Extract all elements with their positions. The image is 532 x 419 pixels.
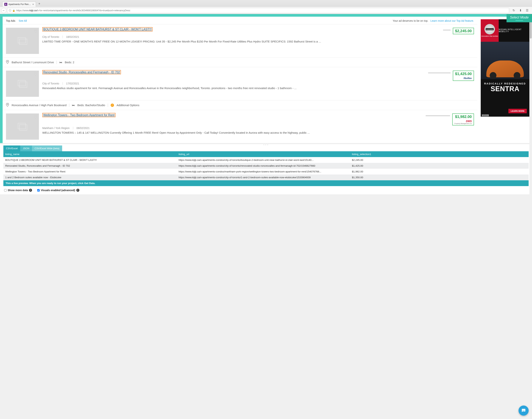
help-icon[interactable]: ? — [76, 189, 79, 192]
learn-more-link[interactable]: Learn more about our Top Ad feature. — [430, 19, 474, 22]
svg-rect-0 — [18, 38, 26, 43]
tab-title: Apartments For Rent | Kijiji in Ont… — [8, 3, 31, 6]
page-scrollbar[interactable] — [529, 14, 532, 194]
listing-description: Renovated Akelius studio apartment for r… — [42, 86, 474, 91]
table-row[interactable]: 1 and 2 Bedroom suites available now - E… — [3, 174, 529, 180]
listing-title-link[interactable]: Wellington Towers - Two Bedroom Apartmen… — [42, 113, 116, 117]
bed-icon: 🛏 — [59, 61, 62, 64]
data-preview-panel: • • • CSV/Excel JSON CSV/Excel Wide (bet… — [0, 144, 532, 194]
selection-connector-line — [428, 73, 451, 73]
listing-price: $2,245.00 — [455, 29, 472, 33]
ad-sidebar: Innovation that excites NISSAN INTELLIGE… — [481, 17, 529, 143]
pin-icon — [6, 60, 9, 65]
show-more-checkbox[interactable] — [4, 189, 7, 192]
back-button[interactable]: ← — [1, 8, 6, 13]
price-logo: DMS — [454, 119, 472, 123]
browser-tab[interactable]: k Apartments For Rent | Kijiji in Ont… × — [2, 1, 36, 7]
ad-title: SENTRA — [484, 85, 526, 93]
tab-csv-wide[interactable]: CSV/Excel Wide (beta) — [32, 145, 62, 151]
nissan-logo-icon — [484, 24, 495, 34]
listing-beds: Beds: 2 — [65, 61, 74, 64]
cell-name: 1 and 2 Bedroom suites available now - E… — [3, 174, 177, 180]
listing-location: Bathurst Street / Lonsmount Drive — [12, 61, 54, 64]
table-row[interactable]: Renovated Studio, Roncesvalles and Ferma… — [3, 163, 529, 169]
tab-csv-excel[interactable]: CSV/Excel — [3, 145, 20, 151]
cell-url: https://www.kijiji.ca/v-apartments-condo… — [177, 163, 350, 169]
nissan-tagline: Innovation that excites — [481, 35, 498, 37]
nissan-logo-badge: Innovation that excites — [481, 19, 499, 42]
listing-footer: Roncesvalles Avenue / High Park Boulevar… — [3, 100, 477, 110]
price-logo: Akelius — [455, 76, 472, 80]
price-selection-box[interactable]: $2,245.00 — [453, 28, 474, 34]
cell-name: Wellington Towers - Two Bedroom Apartmen… — [3, 169, 177, 174]
check-badge-icon: ✓ — [111, 104, 114, 107]
cell-url: https://www.kijiji.ca/v-apartments-condo… — [177, 174, 350, 180]
price-logo-subtitle: Property Management Ltd — [454, 123, 472, 124]
ad-cta-button[interactable]: LEARN MORE — [508, 109, 527, 113]
selection-connector-line — [443, 30, 451, 30]
visuals-enabled-toggle[interactable]: Visuals enabled (advanced) ? — [37, 189, 79, 192]
top-ads-bar: Top Ads See All Your ad deserves to be o… — [3, 17, 477, 24]
address-bar[interactable]: ⓘ 🔒 https://www.kijiji.ca/b-for-rent/ont… — [7, 8, 509, 13]
see-all-link[interactable]: See All — [19, 19, 27, 22]
listing-date: 18/02/2021 — [66, 35, 79, 38]
top-ads-label: Top Ads — [6, 19, 15, 22]
url-text: https://www.kijiji.ca/b-for-rent/ontario… — [16, 9, 507, 12]
listing-card: ♡ BOUTIQUE 2-BEDROOM UNIT NEAR BATHURST … — [3, 24, 477, 57]
col-listing-name[interactable]: listing_name — [3, 151, 177, 157]
cell-name: Renovated Studio, Roncesvalles and Ferma… — [3, 163, 177, 169]
tab-favicon: k — [4, 3, 7, 6]
nav-bar: ← ⓘ 🔒 https://www.kijiji.ca/b-for-rent/o… — [0, 7, 532, 14]
panel-resize-handle[interactable]: • • • — [0, 144, 532, 145]
listing-card: ♡ Wellington Towers - Two Bedroom Apartm… — [3, 110, 477, 143]
ad-top-caption: NISSAN INTELLIGENT MOBILITY — [499, 19, 529, 42]
price-selection-box[interactable]: $1,982.00 DMS Property Management Ltd — [452, 113, 474, 125]
price-selection-box[interactable]: $1,425.00 Akelius — [453, 71, 474, 81]
cell-selection: $1,350.00 — [350, 174, 529, 180]
cell-name: BOUTIQUE 2-BEDROOM UNIT NEAR BATHURST & … — [3, 157, 177, 163]
listing-thumbnail[interactable]: ♡ — [6, 113, 39, 140]
listing-description: LIMITED TIME OFFER - ONE MONTH'S RENT FR… — [42, 39, 474, 44]
visuals-checkbox[interactable] — [37, 189, 40, 192]
lock-icon: 🔒 — [12, 9, 15, 12]
listing-city: City of Toronto — [42, 82, 59, 85]
svg-rect-3 — [19, 82, 27, 87]
select-mode-badge[interactable]: Select Mode — [506, 14, 532, 22]
ad-subtitle: RADICALLY REDESIGNED — [484, 82, 526, 85]
preview-options-row: Show more data ? Visuals enabled (advanc… — [0, 186, 532, 194]
favorite-icon[interactable]: ♡ — [34, 115, 38, 120]
menu-icon[interactable]: ☰ — [524, 8, 530, 13]
col-listing-selection1[interactable]: listing_selection1 — [350, 151, 529, 157]
show-more-data-toggle[interactable]: Show more data ? — [4, 189, 32, 192]
ad-banner[interactable]: Innovation that excites NISSAN INTELLIGE… — [481, 19, 529, 117]
data-preview-table: listing_name listing_url listing_selecti… — [3, 151, 529, 180]
help-icon[interactable]: ? — [29, 189, 32, 192]
tab-json[interactable]: JSON — [20, 145, 32, 151]
reload-icon[interactable]: ↻ — [511, 8, 516, 13]
new-tab-button[interactable]: + — [37, 1, 41, 6]
ad-legal-label[interactable]: LEGAL — [482, 114, 489, 116]
listing-price: $1,425.00 — [455, 72, 472, 76]
table-row[interactable]: BOUTIQUE 2-BEDROOM UNIT NEAR BATHURST & … — [3, 157, 529, 163]
listing-thumbnail[interactable]: ♡ — [6, 28, 39, 54]
bed-icon: 🛏 — [72, 104, 75, 107]
favorite-icon[interactable]: ♡ — [34, 72, 38, 77]
listing-location: Roncesvalles Avenue / High Park Boulevar… — [12, 104, 66, 107]
downloads-icon[interactable]: ⬇ — [518, 8, 523, 13]
tab-close-icon[interactable]: × — [32, 3, 34, 6]
listing-title-link[interactable]: Renovated Studio, Roncesvalles and Ferma… — [42, 70, 121, 74]
browser-chrome: k Apartments For Rent | Kijiji in Ont… ×… — [0, 0, 532, 14]
tab-bar: k Apartments For Rent | Kijiji in Ont… ×… — [0, 0, 532, 7]
listing-date: 08/02/2021 — [77, 127, 90, 130]
listing-card: ♡ Renovated Studio, Roncesvalles and Fer… — [3, 67, 477, 100]
info-icon[interactable]: ⓘ — [9, 9, 11, 12]
listing-thumbnail[interactable]: ♡ — [6, 71, 39, 97]
additional-options[interactable]: Additional Options — [117, 104, 140, 107]
cell-url: https://www.kijiji.ca/v-apartments-condo… — [177, 169, 350, 174]
col-listing-url[interactable]: listing_url — [177, 151, 350, 157]
favorite-icon[interactable]: ♡ — [34, 29, 38, 34]
table-row[interactable]: Wellington Towers - Two Bedroom Apartmen… — [3, 169, 529, 174]
pin-icon — [6, 103, 9, 107]
listings-panel: Top Ads See All Your ad deserves to be o… — [3, 17, 477, 143]
listing-title-link[interactable]: BOUTIQUE 2-BEDROOM UNIT NEAR BATHURST & … — [42, 27, 153, 31]
